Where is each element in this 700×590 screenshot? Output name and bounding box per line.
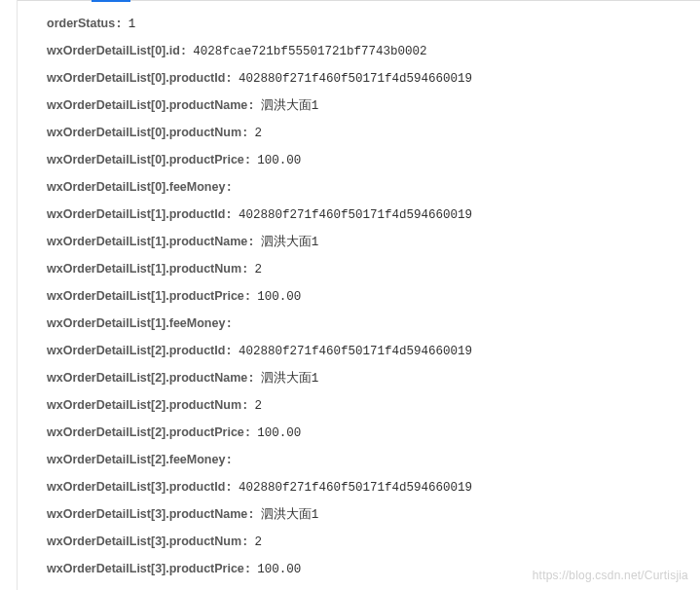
data-value: 100.00: [257, 556, 301, 583]
data-key: wxOrderDetailList[0].productNum: [47, 119, 241, 146]
colon: :: [225, 174, 233, 202]
data-row: wxOrderDetailList[2].productName:泗洪大面1: [47, 364, 700, 391]
data-row: wxOrderDetailList[1].feeMoney:: [47, 310, 700, 337]
data-value: 2: [255, 392, 263, 420]
data-key: wxOrderDetailList[3].productPrice: [47, 555, 244, 582]
data-row: wxOrderDetailList[1].productId:402880f27…: [47, 201, 700, 228]
data-key: wxOrderDetailList[0].productPrice: [47, 146, 244, 173]
data-key: wxOrderDetailList[1].productNum: [47, 255, 241, 282]
data-row: wxOrderDetailList[3].productNum:2: [47, 528, 700, 555]
data-value: 2: [255, 120, 263, 147]
data-row: wxOrderDetailList[0].id:4028fcae721bf555…: [47, 37, 700, 64]
data-value: 1: [129, 11, 136, 38]
data-row: wxOrderDetailList[1].productNum:2: [47, 255, 700, 282]
colon: :: [247, 229, 255, 256]
colon: :: [241, 256, 249, 283]
colon: :: [241, 392, 249, 420]
data-key: wxOrderDetailList[3].productNum: [47, 528, 241, 555]
data-row: wxOrderDetailList[3].feeMoney:: [47, 582, 700, 590]
data-key: wxOrderDetailList[0].id: [47, 37, 180, 64]
data-row: wxOrderDetailList[3].productName:泗洪大面1: [47, 500, 700, 528]
data-key: wxOrderDetailList[3].feeMoney: [47, 582, 225, 590]
data-row: wxOrderDetailList[0].productPrice:100.00: [47, 146, 700, 173]
data-key: wxOrderDetailList[3].productName: [47, 500, 247, 528]
data-value: 2: [255, 529, 263, 556]
active-tab-indicator: [92, 0, 130, 2]
data-key: wxOrderDetailList[2].productPrice: [47, 419, 244, 446]
data-key: wxOrderDetailList[2].productName: [47, 364, 247, 391]
colon: :: [244, 420, 252, 447]
data-value: 4028fcae721bf55501721bf7743b0002: [193, 38, 426, 65]
data-key: wxOrderDetailList[2].feeMoney: [47, 446, 225, 473]
data-value: 402880f271f460f50171f4d594660019: [239, 202, 472, 229]
colon: :: [241, 120, 249, 147]
data-row: wxOrderDetailList[2].productId:402880f27…: [47, 337, 700, 364]
colon: :: [247, 365, 255, 392]
data-row: wxOrderDetailList[0].productId:402880f27…: [47, 64, 700, 92]
data-key: orderStatus: [47, 10, 115, 37]
colon: :: [180, 38, 188, 65]
colon: :: [225, 202, 233, 229]
data-key: wxOrderDetailList[2].productId: [47, 337, 225, 364]
data-value: 泗洪大面1: [261, 92, 319, 120]
data-value: 泗洪大面1: [261, 365, 319, 392]
data-row: wxOrderDetailList[0].feeMoney:: [47, 173, 700, 201]
data-value: 100.00: [257, 420, 301, 447]
colon: :: [225, 338, 233, 365]
data-value: 402880f271f460f50171f4d594660019: [239, 338, 472, 365]
colon: :: [244, 556, 252, 583]
data-key: wxOrderDetailList[1].productName: [47, 228, 247, 255]
form-data-list: orderStatus:1wxOrderDetailList[0].id:402…: [18, 0, 700, 590]
colon: :: [225, 65, 233, 92]
data-row: wxOrderDetailList[0].productNum:2: [47, 119, 700, 146]
data-value: 泗洪大面1: [261, 501, 319, 529]
colon: :: [115, 11, 123, 38]
data-row: wxOrderDetailList[3].productId:402880f27…: [47, 473, 700, 500]
data-key: wxOrderDetailList[3].productId: [47, 473, 225, 500]
colon: :: [225, 583, 233, 590]
colon: :: [244, 147, 252, 174]
colon: :: [247, 501, 255, 529]
data-key: wxOrderDetailList[2].productNum: [47, 391, 241, 419]
colon: :: [244, 283, 252, 311]
data-row: wxOrderDetailList[2].productNum:2: [47, 391, 700, 419]
data-key: wxOrderDetailList[1].productId: [47, 201, 225, 228]
data-key: wxOrderDetailList[1].productPrice: [47, 282, 244, 310]
colon: :: [225, 311, 233, 338]
colon: :: [225, 447, 233, 474]
data-key: wxOrderDetailList[0].productId: [47, 64, 225, 92]
left-gutter: [0, 0, 18, 590]
data-key: wxOrderDetailList[0].productName: [47, 92, 247, 119]
colon: :: [247, 92, 255, 120]
data-key: wxOrderDetailList[1].feeMoney: [47, 310, 225, 337]
data-row: orderStatus:1: [47, 10, 700, 37]
data-value: 100.00: [257, 147, 301, 174]
data-value: 100.00: [257, 283, 301, 311]
response-panel: orderStatus:1wxOrderDetailList[0].id:402…: [18, 0, 700, 590]
data-key: wxOrderDetailList[0].feeMoney: [47, 173, 225, 201]
colon: :: [225, 474, 233, 501]
data-value: 402880f271f460f50171f4d594660019: [239, 474, 472, 501]
data-row: wxOrderDetailList[2].feeMoney:: [47, 446, 700, 473]
colon: :: [241, 529, 249, 556]
data-row: wxOrderDetailList[1].productPrice:100.00: [47, 282, 700, 310]
data-row: wxOrderDetailList[2].productPrice:100.00: [47, 419, 700, 446]
data-row: wxOrderDetailList[0].productName:泗洪大面1: [47, 92, 700, 119]
data-row: wxOrderDetailList[3].productPrice:100.00: [47, 555, 700, 582]
data-value: 402880f271f460f50171f4d594660019: [239, 65, 472, 92]
data-value: 2: [255, 256, 263, 283]
data-row: wxOrderDetailList[1].productName:泗洪大面1: [47, 228, 700, 255]
data-value: 泗洪大面1: [261, 229, 319, 256]
